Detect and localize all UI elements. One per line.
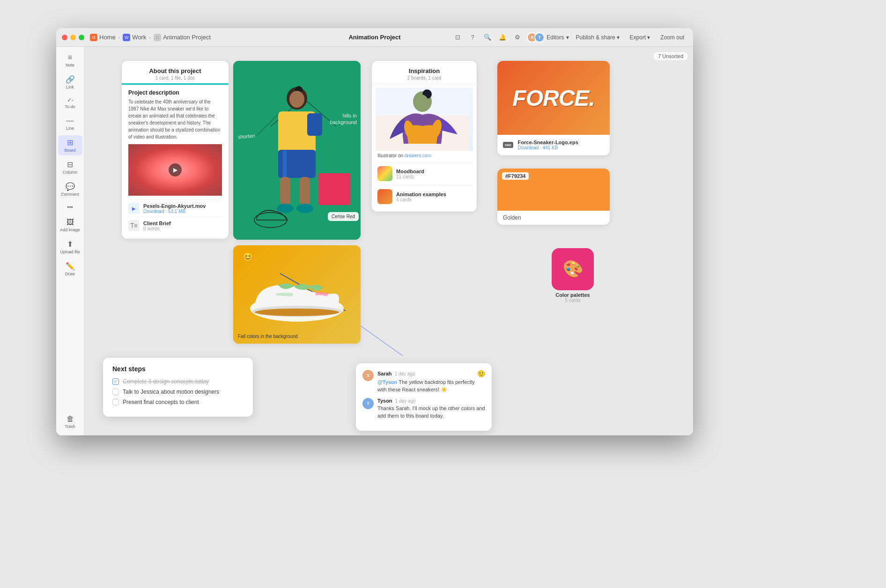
moodboard-info: Moodboard 11 cards <box>396 169 424 179</box>
sidebar-item-todo[interactable]: ✓- To-do <box>58 94 82 112</box>
export-btn[interactable]: Export ▾ <box>627 33 654 42</box>
titlebar-actions: ⊡ ? 🔍 🔔 ⚙ S T Editors ▾ Publish & share … <box>452 32 687 43</box>
more-icon: ••• <box>67 204 73 211</box>
doc-words: 0 words <box>143 226 171 231</box>
palettes-count: 5 cards <box>552 298 594 303</box>
breadcrumb-home-label: Home <box>99 34 116 41</box>
inspiration-card-body: Illustrator on drawers.com Moodboard 11 … <box>372 84 477 212</box>
todo-icon: ✓- <box>67 97 74 103</box>
bell-btn[interactable]: 🔔 <box>497 32 508 43</box>
palettes-name: Color palettes <box>552 292 594 298</box>
traffic-lights <box>62 35 84 40</box>
unsorted-badge[interactable]: 7 Unsorted <box>653 51 688 61</box>
sidebar-item-trash[interactable]: 🗑 Trash <box>58 412 82 432</box>
fall-colors-label: Fall colors in the background <box>238 331 298 340</box>
comment-item-sarah: S Sarah 1 day ago 🙂 @Tyson The yellow ba… <box>362 370 485 393</box>
sidebar-column-label: Column <box>63 170 77 175</box>
force-file-meta: Download · 441 KB <box>518 145 578 150</box>
svg-rect-11 <box>307 113 322 136</box>
search-btn[interactable]: 🔍 <box>482 32 493 43</box>
canvas: 7 Unsorted About this project 1 card, 1 … <box>84 47 693 435</box>
sneaker-card: 😊 Fall colors in the background <box>233 245 361 344</box>
minimize-button[interactable] <box>70 35 76 40</box>
illustrator-credit: Illustrator on drawers.com <box>376 151 473 162</box>
sidebar-upload-label: Upload file <box>60 250 80 254</box>
file-icon: ▶ <box>128 203 140 214</box>
task-checkbox-3[interactable] <box>112 399 119 405</box>
video-thumbnail[interactable]: ▶ <box>128 144 222 196</box>
editors-button[interactable]: S T Editors ▾ <box>527 32 569 43</box>
golden-label: Golden <box>497 211 610 225</box>
sidebar-item-addimage[interactable]: 🖼 Add image <box>58 215 82 235</box>
breadcrumb-home[interactable]: M Home <box>90 34 116 41</box>
force-download-link[interactable]: Download <box>518 145 539 150</box>
sidebar-draw-label: Draw <box>65 272 75 276</box>
main-layout: ≡ Note 🔗 Link ✓- To-do — Line ⊞ Board ⊟ … <box>56 47 693 435</box>
breadcrumb-work-label: Work <box>132 34 146 41</box>
close-button[interactable] <box>62 35 67 40</box>
sidebar-item-more[interactable]: ••• <box>58 201 82 213</box>
breadcrumb-project[interactable]: □ Animation Project <box>154 34 211 41</box>
sarah-time: 1 day ago <box>395 371 415 376</box>
sidebar-item-upload[interactable]: ⬆ Upload file <box>58 237 82 257</box>
sidebar-item-board[interactable]: ⊞ Board <box>58 135 82 155</box>
task-checkbox-1[interactable]: ✓ <box>112 378 119 385</box>
about-card-body: Project description To celebrate the 40t… <box>122 85 229 239</box>
force-logo-card: FORCE. raw Force-Sneaker-Logo.eps Downlo… <box>497 61 610 155</box>
svg-point-3 <box>289 91 304 108</box>
file-size: · 53.1 MB <box>165 209 185 214</box>
project-desc-title: Project description <box>128 89 222 96</box>
sidebar-item-note[interactable]: ≡ Note <box>58 51 82 70</box>
sidebar-item-column[interactable]: ⊟ Column <box>58 157 82 177</box>
moodboard-item[interactable]: Moodboard 11 cards <box>376 162 473 185</box>
editors-label: Editors <box>546 34 564 41</box>
task-item-2: Talk to Jessica about motion designers <box>112 389 244 395</box>
sidebar-item-line[interactable]: — Line <box>58 114 82 133</box>
svg-rect-8 <box>300 177 310 205</box>
sarah-comment-header: Sarah 1 day ago 🙂 <box>377 370 485 377</box>
task-item-1: ✓ Complete 3 design concepts today <box>112 378 244 385</box>
breadcrumb-sep-1: › <box>118 35 120 40</box>
illustrator-link[interactable]: drawers.com <box>405 153 431 158</box>
help-btn[interactable]: ? <box>467 32 478 43</box>
palettes-card[interactable]: 🎨 <box>552 248 594 290</box>
svg-line-25 <box>361 326 403 356</box>
svg-point-10 <box>296 204 313 213</box>
inspiration-card-header: Inspiration 2 boards, 1 card <box>372 61 477 84</box>
comment-icon: 💬 <box>66 182 75 191</box>
project-icon: □ <box>154 34 161 41</box>
app-window: M Home › W Work › □ Animation Project An… <box>56 28 693 435</box>
play-button[interactable]: ▶ <box>169 163 182 176</box>
task-item-3: Present final concepts to client <box>112 399 244 405</box>
file-info: Pexels-Engin-Akyurt.mov Download · 53.1 … <box>143 203 206 214</box>
emoji-react-btn[interactable]: 🙂 <box>477 370 485 377</box>
svg-rect-7 <box>280 177 290 205</box>
tyson-comment-text: Thanks Sarah. I'll mock up the other col… <box>377 405 485 419</box>
sidebar-item-draw[interactable]: ✏️ Draw <box>58 259 82 279</box>
notification-badge-btn[interactable]: ⊡ <box>452 32 463 43</box>
svg-point-16 <box>255 309 339 316</box>
task-checkbox-2[interactable] <box>112 389 119 395</box>
sidebar-item-link[interactable]: 🔗 Link <box>58 72 82 92</box>
settings-btn[interactable]: ⚙ <box>512 32 523 43</box>
inspiration-card-meta: 2 boards, 1 card <box>379 75 469 81</box>
upload-icon: ⬆ <box>67 240 73 249</box>
window-title: Animation Project <box>348 34 400 41</box>
fullscreen-button[interactable] <box>79 35 84 40</box>
publish-share-btn[interactable]: Publish & share ▾ <box>573 33 623 42</box>
svg-rect-6 <box>283 151 287 178</box>
project-desc-text: To celebrate the 40th anniversary of the… <box>128 98 222 140</box>
addimage-icon: 🖼 <box>66 218 74 227</box>
home-icon: M <box>90 34 97 41</box>
inspiration-card-title: Inspiration <box>379 67 469 74</box>
sidebar-item-comment[interactable]: 💬 Comment <box>58 179 82 199</box>
breadcrumb-work[interactable]: W Work <box>123 34 146 41</box>
doc-info: Client Brief 0 words <box>143 220 171 231</box>
palettes-card-container: 🎨 Color palettes 5 cards <box>552 248 594 303</box>
zoom-out-btn[interactable]: Zoom out <box>657 33 687 42</box>
breadcrumb-sep-2: › <box>149 35 151 40</box>
trash-icon: 🗑 <box>66 415 74 423</box>
animation-examples-item[interactable]: Animation examples 4 cards <box>376 185 473 208</box>
file-download-link[interactable]: Download <box>143 209 164 214</box>
sidebar-comment-label: Comment <box>61 192 79 197</box>
